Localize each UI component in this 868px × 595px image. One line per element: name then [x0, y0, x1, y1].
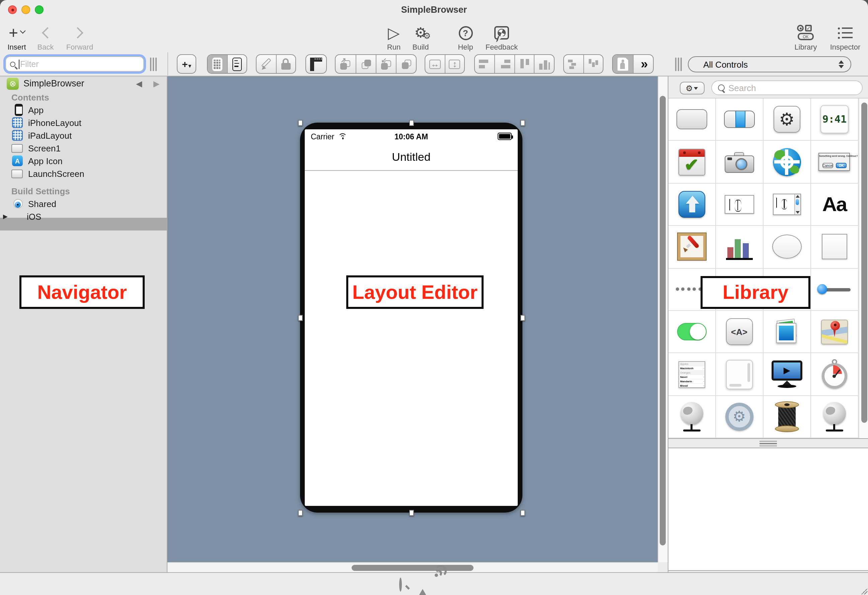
ruler-button[interactable] [306, 54, 327, 74]
library-splitter[interactable] [668, 438, 868, 448]
back-button[interactable]: Back [34, 21, 58, 51]
selection-handle-mid-right[interactable] [520, 315, 525, 321]
insert-button[interactable]: + Insert [4, 21, 30, 51]
send-to-back-button[interactable] [396, 55, 416, 73]
library-item-network[interactable] [668, 396, 716, 438]
library-item-slider[interactable] [811, 268, 859, 311]
layout-view-button[interactable] [208, 55, 227, 73]
canvas-horizontal-scrollbar[interactable] [167, 562, 658, 572]
forward-button[interactable]: Forward [62, 21, 98, 51]
library-item-share[interactable] [668, 184, 716, 226]
library-toggle-button[interactable]: ✓OK Library [790, 21, 821, 51]
library-item-camera[interactable] [716, 141, 763, 184]
sidebar-item-ipadlayout[interactable]: iPadLayout [0, 129, 167, 142]
library-scroll-thumb[interactable] [861, 102, 867, 423]
run-button[interactable]: ▷ Run [382, 21, 406, 51]
library-item-service[interactable]: ⚙ [716, 396, 763, 438]
bring-to-front-button[interactable]: ↗ [335, 55, 356, 73]
align-bottom-button[interactable] [534, 55, 554, 73]
sidebar-resize-handle[interactable] [150, 58, 158, 71]
align-right-button[interactable] [495, 55, 514, 73]
library-item-videoplayer[interactable]: ▶ [763, 354, 811, 396]
vertical-scroll-thumb[interactable] [660, 96, 666, 545]
library-item-alert[interactable]: Something went wrong. Continue? CancelOK [811, 141, 859, 184]
sidebar-item-screen1[interactable]: Screen1 [0, 142, 167, 154]
library-item-datetime[interactable]: 9:41 [811, 99, 859, 141]
distribute-horizontal-button[interactable] [564, 55, 583, 73]
library-item-oval[interactable] [763, 226, 811, 268]
sidebar-item-appicon[interactable]: A App Icon [0, 154, 167, 167]
library-item-imageview[interactable] [668, 226, 716, 268]
window-resize-grip[interactable] [861, 588, 867, 594]
project-row[interactable]: ⊗ SimpleBrowser [0, 77, 167, 90]
edit-button[interactable] [257, 55, 276, 73]
form-view-button[interactable] [227, 55, 247, 73]
library-item-scrollview[interactable] [716, 354, 763, 396]
lock-button[interactable] [276, 55, 295, 73]
bring-forward-button[interactable] [356, 55, 376, 73]
library-item-segmented-control[interactable] [716, 99, 763, 141]
library-item-switch[interactable] [668, 311, 716, 354]
library-search-input[interactable]: Search [711, 80, 862, 95]
library-item-timer[interactable] [811, 354, 859, 396]
library-item-location[interactable] [763, 141, 811, 184]
status-search-button[interactable] [399, 579, 402, 591]
resize-horizontal-button[interactable]: ↔ [425, 55, 445, 73]
selection-handle-bottom-left[interactable] [298, 509, 303, 516]
library-item-textarea[interactable] [763, 184, 811, 226]
library-item-rectangle[interactable] [811, 226, 859, 268]
feedback-button[interactable]: Feedback [481, 21, 523, 51]
align-left-button[interactable] [475, 55, 495, 73]
layout-editor-canvas[interactable]: Carrier 10:06 AM Untitled [167, 76, 658, 562]
library-item-calendar[interactable]: ✔ [668, 141, 716, 184]
library-item-textfield[interactable] [716, 184, 763, 226]
phone-screen[interactable]: Carrier 10:06 AM Untitled [305, 129, 518, 506]
selection-handle-mid-left[interactable] [298, 315, 303, 321]
sidebar-item-iphonelayout[interactable]: iPhoneLayout [0, 116, 167, 129]
selection-handle-top-right[interactable] [520, 120, 525, 126]
library-options-button[interactable]: ⚙ [679, 82, 704, 95]
library-item-chart[interactable] [716, 226, 763, 268]
question-mark-icon: ? [458, 24, 472, 42]
history-forward-button[interactable]: ▶ [154, 77, 159, 90]
help-button[interactable]: ? Help [453, 21, 478, 51]
button-control-icon [676, 109, 707, 129]
align-top-button[interactable] [514, 55, 534, 73]
selection-handle-bottom-right[interactable] [520, 509, 525, 516]
phone-mockup[interactable]: Carrier 10:06 AM Untitled [300, 123, 523, 512]
library-item-webview[interactable]: <A> [716, 311, 763, 354]
resize-vertical-button[interactable]: ↕ [445, 55, 464, 73]
disclosure-triangle-icon[interactable]: ▶ [0, 213, 11, 220]
sidebar-item-shared[interactable]: Shared [0, 197, 167, 210]
library-item-web[interactable] [811, 396, 859, 438]
library-item-photos[interactable] [763, 311, 811, 354]
controls-filter-dropdown[interactable]: All Controls [688, 56, 851, 73]
selection-handle-bottom-center[interactable] [409, 509, 413, 516]
panel-resize-handle[interactable] [675, 58, 683, 71]
selection-handle-top-center[interactable] [409, 120, 413, 126]
send-backward-button[interactable]: ↙ [376, 55, 396, 73]
more-inspectors-button[interactable]: » [633, 55, 653, 73]
library-item-thread[interactable] [763, 396, 811, 438]
canvas-vertical-scrollbar[interactable] [658, 76, 667, 562]
filter-input[interactable]: Filter [5, 56, 144, 72]
status-warnings-button[interactable] [415, 577, 430, 590]
inspector-toggle-button[interactable]: Inspector [827, 21, 864, 51]
library-item-button[interactable] [668, 99, 716, 141]
library-item-settings[interactable]: ⚙ [763, 99, 811, 141]
add-element-button[interactable]: +▾ [177, 54, 196, 74]
sidebar-item-ios[interactable]: ▶ iOS [0, 210, 167, 223]
sidebar-item-launchscreen[interactable]: LaunchScreen [0, 167, 167, 180]
build-button[interactable]: ⚙⚙ Build [407, 21, 434, 51]
arrange-segment: ↗ ↙ [335, 54, 416, 74]
attributes-inspector-button[interactable] [613, 55, 633, 73]
selection-handle-top-left[interactable] [298, 120, 303, 126]
library-item-map[interactable] [811, 311, 859, 354]
distribute-vertical-button[interactable] [583, 55, 603, 73]
horizontal-scroll-thumb[interactable] [351, 565, 474, 571]
library-item-picker[interactable]: Apples Macintosh› Oranges Navel› Mandari… [668, 354, 716, 396]
library-scrollbar[interactable] [859, 99, 868, 438]
history-back-button[interactable]: ◀ [136, 77, 142, 90]
sidebar-item-app[interactable]: App [0, 104, 167, 116]
library-item-label[interactable]: Aa [811, 184, 859, 226]
